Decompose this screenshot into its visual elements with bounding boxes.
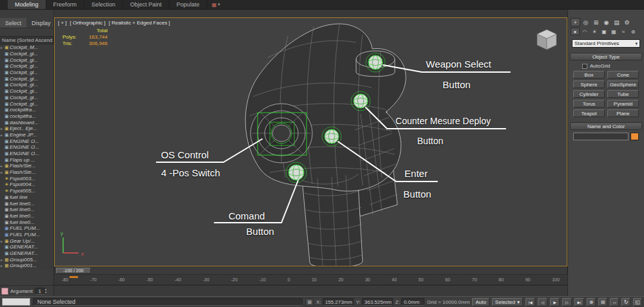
utilities-tab-icon[interactable]: ⚙ — [622, 18, 632, 26]
scene-object-row[interactable]: ▸ ▦ Group005... — [0, 256, 53, 263]
time-slider-handle[interactable]: -100 / 200 — [56, 268, 91, 274]
scene-object-row[interactable]: ▣ FUEL PUM... — [0, 225, 53, 232]
scene-object-row[interactable]: ▣ ENGINE O... — [0, 144, 53, 151]
color-swatch[interactable] — [630, 133, 639, 140]
ribbon-tab-freeform[interactable]: Freeform — [46, 0, 85, 9]
primitive-type-dropdown[interactable]: Standard Primitives ▾ — [572, 39, 640, 48]
current-frame-marker[interactable] — [70, 276, 78, 278]
display-tab-icon[interactable]: ▤ — [612, 18, 621, 26]
ribbon-tab-populate[interactable]: Populate — [169, 0, 207, 9]
scene-object-row[interactable]: ▣ fuel line — [0, 194, 53, 201]
go-to-start-button[interactable]: |◀ — [526, 298, 535, 306]
viewport-canvas[interactable]: x y — [55, 18, 567, 266]
selected-button-command[interactable] — [286, 162, 307, 183]
object-type-button[interactable]: Torus — [573, 100, 605, 107]
modify-tab-icon[interactable]: ◎ — [581, 18, 591, 26]
scene-object-row[interactable]: ▸ ▣ Flash/Ste... — [0, 169, 53, 176]
track-bar[interactable]: -80 -70 -60 -50 -40 -30 -20 -10 0 10 20 — [54, 275, 567, 285]
scene-object-row[interactable]: ▣ fuel line0... — [0, 207, 53, 213]
ribbon-tab-modeling[interactable]: Modeling — [8, 0, 46, 9]
scene-object-row[interactable]: ☀ Fspot005... — [0, 188, 53, 194]
scene-object-row[interactable]: ▣ GENERAT... — [0, 250, 53, 257]
scene-object-row[interactable]: ▣ Cockpit_gl... — [0, 63, 53, 70]
pan-icon[interactable]: ↔ — [610, 298, 619, 306]
go-to-end-button[interactable]: ▶| — [574, 298, 584, 306]
scene-object-row[interactable]: ▣ cockpitfra... — [0, 107, 53, 113]
viewport-menu-shading[interactable]: [ Realistic + Edged Faces ] — [109, 20, 170, 26]
maxscript-mini-listener[interactable] — [2, 298, 30, 306]
scene-object-row[interactable]: ▣ Cockpit_gl... — [0, 70, 53, 76]
selected-button-countermeasure[interactable] — [351, 91, 370, 111]
ribbon-tab-selection[interactable]: Selection — [84, 0, 123, 9]
object-type-button[interactable]: Pyramid — [607, 100, 639, 107]
scene-object-row[interactable]: ▣ fuel line0... — [0, 219, 53, 225]
ribbon-config-button[interactable]: ▦ ▾ — [207, 0, 225, 9]
scene-object-row[interactable]: ▣ dashboard... — [0, 119, 53, 126]
scene-object-row[interactable]: ▣ ENGINE O... — [0, 151, 53, 157]
scene-object-row[interactable]: ▣ ENGINE O... — [0, 138, 53, 144]
create-tab-icon[interactable]: + — [571, 18, 580, 26]
geometry-category-icon[interactable]: ● — [571, 28, 580, 35]
y-coord-field[interactable]: 363.525mm — [362, 298, 393, 306]
autogrid-checkbox[interactable] — [582, 64, 587, 69]
scene-object-row[interactable]: ▸ ▣ Engine JP... — [0, 132, 53, 138]
x-coord-field[interactable]: 155.273mm — [323, 298, 354, 306]
scene-object-row[interactable]: ▣ Cockpit_gl... — [0, 100, 53, 107]
explorer-sort-header[interactable]: Name (Sorted Ascend... — [0, 36, 53, 44]
next-frame-button[interactable]: ▷ — [562, 298, 572, 306]
scene-object-row[interactable]: ▸ ▣ Gear Up/... — [0, 237, 53, 244]
key-filters-dropdown[interactable]: Selected ▾ — [492, 298, 523, 306]
object-type-button[interactable]: Tube — [607, 90, 639, 98]
hierarchy-tab-icon[interactable]: ⊞ — [591, 18, 601, 26]
time-slider[interactable]: -100 / 200 — [54, 266, 567, 275]
viewport-menu-general[interactable]: [ + ] — [58, 20, 67, 26]
scene-object-row[interactable]: ▸ ▣ Flash/Ste... — [0, 163, 53, 169]
tab-select[interactable]: Select — [0, 18, 26, 28]
maximize-viewport-icon[interactable]: ◱ — [633, 298, 642, 306]
object-name-input[interactable] — [573, 133, 629, 140]
object-type-button[interactable]: Teapot — [573, 109, 605, 117]
argument-value-field[interactable]: 1 — [35, 288, 45, 295]
scene-object-row[interactable]: ▣ FUEL PUM... — [0, 232, 53, 238]
scene-object-row[interactable]: ▣ Cockpit_gl... — [0, 95, 53, 101]
ribbon-tab-object-paint[interactable]: Object Paint — [123, 0, 169, 9]
scene-object-row[interactable]: ▣ Cockpit_gl... — [0, 88, 53, 95]
orbit-icon[interactable]: ↻ — [621, 298, 630, 306]
object-type-button[interactable]: Plane — [607, 109, 639, 117]
object-type-button[interactable]: GeoSphere — [607, 80, 639, 88]
zoom-icon[interactable]: ⊕ — [587, 298, 596, 306]
spinner-arrows[interactable]: ▴ ▾ — [45, 288, 47, 294]
scene-object-row[interactable]: ▸ ▣ Cockpit_M... — [0, 44, 53, 51]
scene-object-row[interactable]: ▸ ▣ Eject.. Eje... — [0, 126, 53, 132]
scene-object-row[interactable]: ▣ GENERAT... — [0, 244, 53, 250]
object-type-rollout-header[interactable]: Object Type — [570, 53, 642, 60]
viewcube[interactable] — [537, 30, 556, 50]
tab-display[interactable]: Display — [26, 18, 56, 28]
systems-category-icon[interactable]: ⊛ — [629, 28, 638, 35]
scene-object-row[interactable]: ▣ fuel line0... — [0, 213, 53, 219]
lights-category-icon[interactable]: ☀ — [590, 28, 599, 35]
previous-frame-button[interactable]: ◁ — [538, 298, 547, 306]
scene-object-row[interactable]: ▣ Cockpit_gl... — [0, 75, 53, 82]
z-coord-field[interactable]: 0.0mm — [401, 298, 424, 306]
scene-object-row[interactable]: ▸ ▦ Group001... — [0, 263, 53, 269]
argument-spinner[interactable]: 1 ▴ ▾ — [35, 288, 47, 295]
spacewarps-category-icon[interactable]: ≈ — [619, 28, 628, 35]
name-color-rollout-header[interactable]: Name and Color — [570, 122, 642, 130]
shapes-category-icon[interactable]: ◠ — [580, 28, 589, 35]
object-type-button[interactable]: Sphere — [573, 80, 605, 88]
scene-object-row[interactable]: ▣ Cockpit_gl... — [0, 82, 53, 88]
scene-object-row[interactable]: ☀ Fspot004... — [0, 181, 53, 188]
zoom-extents-icon[interactable]: ⊞ — [598, 298, 607, 306]
motion-tab-icon[interactable]: ◉ — [601, 18, 611, 26]
object-type-button[interactable]: Cone — [607, 71, 639, 79]
scene-object-row[interactable]: ▣ Flaps up ... — [0, 156, 53, 163]
scene-object-row[interactable]: ▣ fuel line0... — [0, 200, 53, 207]
viewport[interactable]: [ + ] [ Orthographic ] [ Realistic + Edg… — [54, 17, 567, 266]
object-type-button[interactable]: Cylinder — [573, 90, 605, 98]
scene-object-row[interactable]: ▣ Cockpit_gl... — [0, 57, 53, 63]
viewport-menu-pov[interactable]: [ Orthographic ] — [70, 20, 106, 26]
selected-button-enter[interactable] — [322, 127, 341, 146]
spinner-down-icon[interactable]: ▾ — [45, 291, 47, 294]
selected-button-weapon[interactable] — [366, 53, 385, 72]
